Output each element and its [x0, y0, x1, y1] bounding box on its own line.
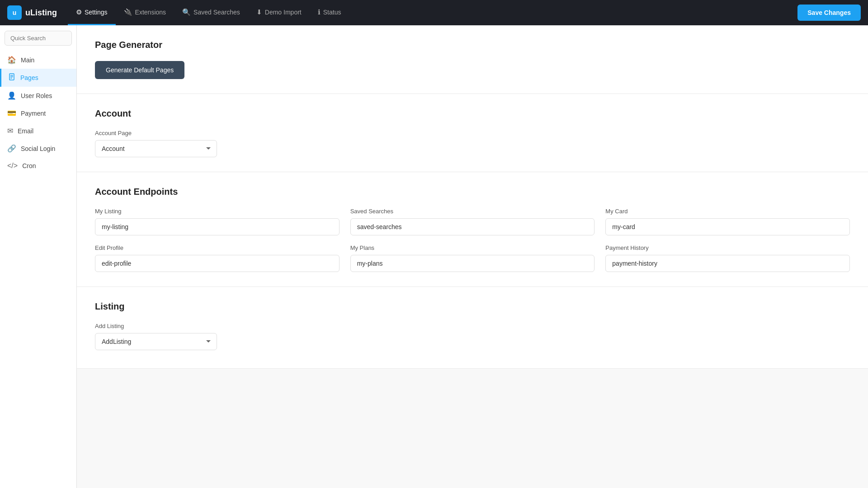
- my-card-label: My Card: [605, 208, 850, 215]
- nav-tab-settings-label: Settings: [85, 9, 108, 16]
- pages-icon: [9, 73, 16, 82]
- my-plans-label: My Plans: [350, 244, 595, 251]
- demo-import-icon: ⬇: [256, 8, 262, 16]
- nav-tab-demo-import-label: Demo Import: [265, 9, 302, 16]
- listing-title: Listing: [95, 301, 850, 312]
- add-listing-field: Add Listing AddListing Submit Listing: [95, 323, 850, 350]
- logo-text: uListing: [25, 8, 57, 18]
- account-endpoints-section: Account Endpoints My Listing Saved Searc…: [77, 172, 868, 287]
- status-icon: ℹ: [318, 8, 321, 16]
- content-area: Page Generator Generate Default Pages Ac…: [77, 25, 868, 488]
- account-section: Account Account Page Account Home Dashbo…: [77, 94, 868, 172]
- sidebar-item-main[interactable]: 🏠 Main: [0, 51, 76, 69]
- top-nav: u uListing ⚙ Settings 🔌 Extensions 🔍 Sav…: [0, 0, 868, 25]
- sidebar-item-main-label: Main: [21, 56, 34, 64]
- saved-searches-field: Saved Searches: [350, 208, 595, 235]
- my-listing-input[interactable]: [95, 218, 340, 235]
- my-plans-input[interactable]: [350, 255, 595, 272]
- my-card-input[interactable]: [605, 218, 850, 235]
- sidebar-item-social-login[interactable]: 🔗 Social Login: [0, 140, 76, 157]
- sidebar: 🏠 Main Pages 👤 User Roles 💳 Payment ✉: [0, 25, 77, 488]
- logo-area: u uListing: [7, 5, 57, 20]
- sidebar-item-email-label: Email: [18, 127, 33, 135]
- my-listing-label: My Listing: [95, 208, 340, 215]
- payment-history-label: Payment History: [605, 244, 850, 251]
- page-generator-title: Page Generator: [95, 40, 850, 50]
- svg-rect-3: [10, 78, 12, 79]
- user-roles-icon: 👤: [7, 91, 16, 100]
- sidebar-item-cron-label: Cron: [22, 162, 36, 169]
- nav-tab-status[interactable]: ℹ Status: [310, 0, 349, 25]
- sidebar-item-email[interactable]: ✉ Email: [0, 122, 76, 140]
- sidebar-item-cron[interactable]: </> Cron: [0, 157, 76, 174]
- my-listing-field: My Listing: [95, 208, 340, 235]
- nav-tab-extensions[interactable]: 🔌 Extensions: [116, 0, 174, 25]
- edit-profile-label: Edit Profile: [95, 244, 340, 251]
- edit-profile-field: Edit Profile: [95, 244, 340, 272]
- nav-tab-demo-import[interactable]: ⬇ Demo Import: [248, 0, 310, 25]
- sidebar-item-payment[interactable]: 💳 Payment: [0, 104, 76, 122]
- svg-rect-1: [10, 75, 13, 76]
- cron-icon: </>: [7, 162, 18, 170]
- endpoints-grid: My Listing Saved Searches My Card Edit P…: [95, 208, 850, 272]
- quick-search-input[interactable]: [5, 31, 72, 46]
- add-listing-label: Add Listing: [95, 323, 850, 329]
- account-page-label: Account Page: [95, 130, 850, 136]
- nav-tab-saved-searches-label: Saved Searches: [193, 9, 240, 16]
- settings-icon: ⚙: [76, 8, 82, 16]
- svg-rect-2: [10, 76, 13, 77]
- sidebar-item-pages-label: Pages: [20, 74, 38, 81]
- main-icon: 🏠: [7, 56, 16, 64]
- add-listing-select[interactable]: AddListing Submit Listing: [95, 333, 217, 350]
- account-endpoints-title: Account Endpoints: [95, 187, 850, 197]
- payment-icon: 💳: [7, 109, 16, 117]
- listing-section: Listing Add Listing AddListing Submit Li…: [77, 287, 868, 369]
- sidebar-item-user-roles[interactable]: 👤 User Roles: [0, 87, 76, 104]
- edit-profile-input[interactable]: [95, 255, 340, 272]
- sidebar-item-pages[interactable]: Pages: [0, 69, 76, 87]
- account-page-field: Account Page Account Home Dashboard: [95, 130, 850, 157]
- my-plans-field: My Plans: [350, 244, 595, 272]
- payment-history-input[interactable]: [605, 255, 850, 272]
- logo-icon-text: u: [13, 9, 17, 16]
- nav-tabs: ⚙ Settings 🔌 Extensions 🔍 Saved Searches…: [68, 0, 797, 25]
- saved-searches-input[interactable]: [350, 218, 595, 235]
- social-login-icon: 🔗: [7, 144, 16, 153]
- save-changes-button[interactable]: Save Changes: [797, 5, 861, 21]
- account-page-select[interactable]: Account Home Dashboard: [95, 140, 217, 157]
- nav-tab-saved-searches[interactable]: 🔍 Saved Searches: [174, 0, 248, 25]
- my-card-field: My Card: [605, 208, 850, 235]
- saved-searches-label: Saved Searches: [350, 208, 595, 215]
- account-title: Account: [95, 108, 850, 119]
- sidebar-item-user-roles-label: User Roles: [21, 92, 52, 99]
- payment-history-field: Payment History: [605, 244, 850, 272]
- extensions-icon: 🔌: [124, 8, 132, 16]
- main-layout: 🏠 Main Pages 👤 User Roles 💳 Payment ✉: [0, 25, 868, 488]
- nav-tab-status-label: Status: [323, 9, 341, 16]
- sidebar-item-payment-label: Payment: [21, 110, 46, 117]
- page-generator-section: Page Generator Generate Default Pages: [77, 25, 868, 94]
- email-icon: ✉: [7, 127, 13, 135]
- logo-icon: u: [7, 5, 22, 20]
- saved-searches-icon: 🔍: [182, 8, 191, 16]
- nav-tab-extensions-label: Extensions: [135, 9, 166, 16]
- generate-default-pages-button[interactable]: Generate Default Pages: [95, 61, 184, 79]
- sidebar-item-social-login-label: Social Login: [21, 145, 55, 152]
- nav-tab-settings[interactable]: ⚙ Settings: [68, 0, 116, 25]
